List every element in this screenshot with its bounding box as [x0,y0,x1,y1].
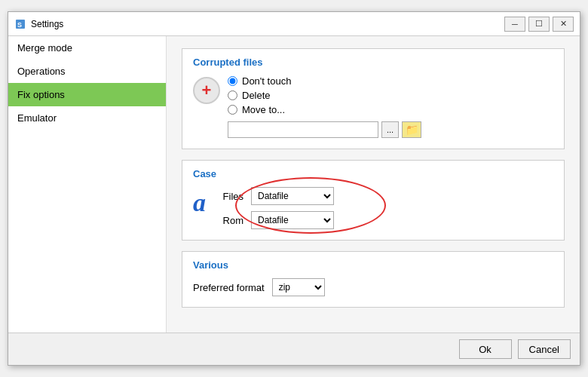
sidebar: Merge mode Operations Fix options Emulat… [8,36,167,333]
preferred-format-select[interactable]: zip 7z tar [272,278,325,296]
settings-window: S Settings ─ ☐ ✕ Merge mode Operations F… [8,11,580,366]
minimize-button[interactable]: ─ [504,17,525,32]
content-area: Merge mode Operations Fix options Emulat… [8,36,580,333]
window-icon: S [14,18,26,30]
corrupted-files-content: + Don't touch Delete [193,75,553,138]
case-title: Case [193,168,553,179]
corrupted-radio-group: Don't touch Delete Move to... [228,75,291,115]
close-button[interactable]: ✕ [553,17,574,32]
sidebar-item-operations[interactable]: Operations [8,60,166,83]
radio-delete[interactable]: Delete [228,90,291,101]
add-icon: + [193,77,220,104]
radio-dont-touch[interactable]: Don't touch [228,75,291,87]
case-rom-select[interactable]: Datafile Upper Lower [251,211,334,229]
radio-move-to[interactable]: Move to... [228,104,291,115]
case-rom-row: Rom Datafile Upper Lower [213,211,334,229]
case-fields: Files Datafile Upper Lower Rom Datafile [213,187,334,229]
corrupted-top-row: + Don't touch Delete [193,75,553,115]
title-bar: S Settings ─ ☐ ✕ [8,12,580,36]
case-files-row: Files Datafile Upper Lower [213,187,334,205]
various-row: Preferred format zip 7z tar [193,278,553,296]
maximize-button[interactable]: ☐ [528,17,550,32]
case-inner: a Files Datafile Upper Lower Rom [193,187,553,229]
path-row: ... 📁 [228,121,553,138]
preferred-format-label: Preferred format [193,282,265,293]
folder-button[interactable]: 📁 [402,121,421,138]
case-section: Case a Files Datafile Upper Lower [182,160,565,241]
cancel-button[interactable]: Cancel [518,339,571,359]
case-icon: a [193,188,206,217]
main-panel: Corrupted files + Don't touch [167,36,580,333]
various-section: Various Preferred format zip 7z tar [182,251,565,308]
svg-text:S: S [17,21,22,29]
bottom-bar: Ok Cancel [8,333,580,365]
sidebar-item-merge-mode[interactable]: Merge mode [8,36,166,60]
sidebar-item-emulator[interactable]: Emulator [8,106,166,130]
various-title: Various [193,259,553,271]
path-input[interactable] [228,121,378,138]
window-controls: ─ ☐ ✕ [504,17,574,32]
folder-icon: 📁 [406,124,418,136]
case-files-select[interactable]: Datafile Upper Lower [251,187,334,205]
corrupted-files-title: Corrupted files [193,57,553,68]
window-title: Settings [31,19,504,29]
case-files-label: Files [213,191,243,202]
corrupted-files-section: Corrupted files + Don't touch [182,48,565,149]
ok-button[interactable]: Ok [459,339,512,359]
dots-button[interactable]: ... [381,121,399,138]
sidebar-item-fix-options[interactable]: Fix options [8,83,166,106]
case-rom-label: Rom [213,215,243,226]
